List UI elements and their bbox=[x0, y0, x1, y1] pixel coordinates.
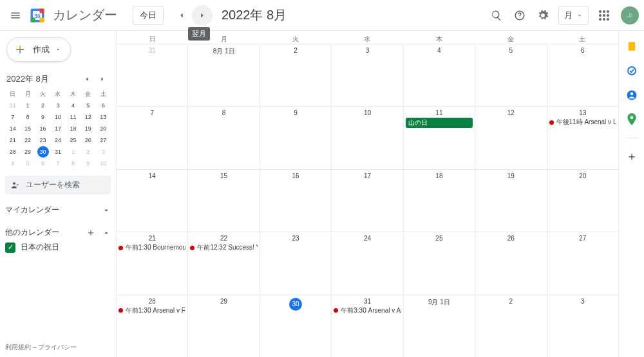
mini-day-cell[interactable]: 13 bbox=[97, 111, 109, 123]
grid-day-cell[interactable]: 30 bbox=[260, 295, 332, 357]
grid-day-cell[interactable]: 26 bbox=[475, 232, 547, 294]
grid-day-number[interactable]: 7 bbox=[118, 108, 185, 116]
mini-day-cell[interactable]: 30 bbox=[37, 146, 49, 158]
tasks-icon[interactable] bbox=[625, 64, 638, 77]
grid-day-number[interactable]: 31 bbox=[334, 297, 401, 305]
grid-day-cell[interactable]: 8月 1日 bbox=[188, 44, 260, 106]
mini-day-cell[interactable]: 4 bbox=[67, 100, 79, 111]
grid-day-number[interactable]: 15 bbox=[190, 171, 257, 179]
grid-day-number[interactable]: 22 bbox=[190, 233, 257, 242]
grid-day-cell[interactable]: 31午前3:30 Arsenal v As bbox=[332, 295, 403, 357]
grid-day-number[interactable]: 2 bbox=[262, 46, 329, 54]
grid-day-number[interactable]: 21 bbox=[118, 233, 185, 242]
grid-day-cell[interactable]: 12 bbox=[475, 107, 547, 169]
grid-day-cell[interactable]: 14 bbox=[117, 170, 188, 232]
grid-day-cell[interactable]: 31 bbox=[117, 44, 188, 106]
mini-day-cell[interactable]: 27 bbox=[97, 134, 109, 146]
event-item[interactable]: 午前1:30 Bournemout bbox=[118, 243, 185, 252]
next-month-button[interactable] bbox=[192, 5, 213, 26]
keep-icon[interactable] bbox=[625, 40, 638, 53]
grid-day-number[interactable]: 30 bbox=[262, 297, 329, 311]
grid-day-cell[interactable]: 16 bbox=[260, 170, 332, 232]
main-menu-icon[interactable] bbox=[5, 5, 26, 26]
grid-day-number[interactable]: 6 bbox=[549, 46, 616, 54]
event-item[interactable]: 午前1:30 Arsenal v Fu bbox=[118, 306, 185, 315]
sidebar-footer-links[interactable]: 利用規約 – プライバシー bbox=[5, 343, 111, 354]
mini-day-cell[interactable]: 2 bbox=[82, 146, 94, 158]
grid-day-number[interactable]: 10 bbox=[334, 108, 401, 116]
grid-day-number[interactable]: 12 bbox=[477, 108, 544, 116]
grid-day-cell[interactable]: 5 bbox=[475, 44, 547, 106]
grid-day-cell[interactable]: 11山の日 bbox=[404, 107, 475, 169]
grid-day-cell[interactable]: 2 bbox=[260, 44, 332, 106]
grid-day-number[interactable]: 24 bbox=[334, 233, 401, 242]
mini-day-cell[interactable]: 3 bbox=[97, 146, 109, 158]
mini-day-cell[interactable]: 31 bbox=[7, 100, 19, 111]
mini-day-cell[interactable]: 6 bbox=[97, 100, 109, 111]
grid-day-number[interactable]: 8 bbox=[190, 108, 257, 116]
mini-day-cell[interactable]: 17 bbox=[52, 123, 64, 134]
grid-day-cell[interactable]: 6 bbox=[547, 44, 618, 106]
view-selector[interactable]: 月 bbox=[558, 6, 589, 25]
grid-day-number[interactable]: 29 bbox=[190, 297, 257, 305]
grid-day-number[interactable]: 25 bbox=[406, 233, 473, 242]
mini-day-cell[interactable]: 12 bbox=[82, 111, 94, 123]
grid-day-number[interactable]: 13 bbox=[549, 108, 616, 116]
mini-day-cell[interactable]: 20 bbox=[97, 123, 109, 134]
get-addons-icon[interactable]: ＋ bbox=[625, 150, 638, 163]
mini-day-cell[interactable]: 10 bbox=[97, 158, 109, 169]
grid-day-number[interactable]: 2 bbox=[477, 297, 544, 305]
mini-day-cell[interactable]: 7 bbox=[7, 111, 19, 123]
mini-day-cell[interactable]: 14 bbox=[7, 123, 19, 134]
mini-day-cell[interactable]: 31 bbox=[52, 146, 64, 158]
mini-day-cell[interactable]: 24 bbox=[52, 134, 64, 146]
grid-day-number[interactable]: 31 bbox=[118, 46, 185, 54]
grid-day-cell[interactable]: 9 bbox=[260, 107, 332, 169]
mini-day-cell[interactable]: 2 bbox=[37, 100, 49, 111]
mini-day-cell[interactable]: 7 bbox=[52, 158, 64, 169]
grid-day-number[interactable]: 3 bbox=[549, 297, 616, 305]
grid-day-number[interactable]: 16 bbox=[262, 171, 329, 179]
grid-day-cell[interactable]: 24 bbox=[332, 232, 403, 294]
mini-day-cell[interactable]: 4 bbox=[7, 158, 19, 169]
grid-day-cell[interactable]: 3 bbox=[332, 44, 403, 106]
mini-day-cell[interactable]: 6 bbox=[37, 158, 49, 169]
mini-day-cell[interactable]: 5 bbox=[22, 158, 33, 169]
account-avatar[interactable]: ぷ bbox=[621, 6, 639, 24]
grid-day-cell[interactable]: 29 bbox=[188, 295, 260, 357]
mini-day-cell[interactable]: 3 bbox=[52, 100, 64, 111]
event-item[interactable]: 午前12:32 Success! Y bbox=[190, 243, 257, 252]
grid-day-cell[interactable]: 27 bbox=[547, 232, 618, 294]
mini-day-cell[interactable]: 25 bbox=[67, 134, 79, 146]
maps-icon[interactable] bbox=[625, 113, 638, 126]
grid-day-number[interactable]: 17 bbox=[334, 171, 401, 179]
mini-day-cell[interactable]: 8 bbox=[22, 111, 33, 123]
grid-day-cell[interactable]: 23 bbox=[260, 232, 332, 294]
grid-day-number[interactable]: 8月 1日 bbox=[190, 46, 257, 56]
mini-day-cell[interactable]: 28 bbox=[7, 146, 19, 158]
add-calendar-icon[interactable] bbox=[86, 228, 95, 237]
grid-day-number[interactable]: 26 bbox=[477, 233, 544, 242]
event-item[interactable]: 午前3:30 Arsenal v As bbox=[334, 306, 401, 315]
calendar-item-jp-holidays[interactable]: ✓ 日本の祝日 bbox=[5, 239, 111, 255]
mini-day-cell[interactable]: 22 bbox=[22, 134, 33, 146]
grid-day-cell[interactable]: 2 bbox=[475, 295, 547, 357]
mini-day-cell[interactable]: 29 bbox=[22, 146, 33, 158]
grid-day-cell[interactable]: 4 bbox=[404, 44, 475, 106]
grid-day-number[interactable]: 23 bbox=[262, 233, 329, 242]
other-calendars-toggle[interactable]: 他のカレンダー bbox=[5, 226, 111, 239]
grid-day-cell[interactable]: 9月 1日 bbox=[404, 295, 475, 357]
grid-day-number[interactable]: 18 bbox=[406, 171, 473, 179]
mini-day-cell[interactable]: 1 bbox=[67, 146, 79, 158]
google-apps-icon[interactable] bbox=[594, 5, 614, 26]
grid-day-number[interactable]: 11 bbox=[406, 108, 473, 116]
mini-day-cell[interactable]: 18 bbox=[67, 123, 79, 134]
contacts-icon[interactable] bbox=[625, 89, 638, 102]
event-item[interactable]: 午後11時 Arsenal v Le bbox=[549, 118, 616, 127]
mini-day-cell[interactable]: 19 bbox=[82, 123, 94, 134]
mini-day-cell[interactable]: 21 bbox=[7, 134, 19, 146]
mini-day-cell[interactable]: 26 bbox=[82, 134, 94, 146]
grid-day-cell[interactable]: 25 bbox=[404, 232, 475, 294]
grid-day-cell[interactable]: 17 bbox=[332, 170, 403, 232]
current-period-label[interactable]: 2022年 8月 bbox=[222, 6, 287, 24]
